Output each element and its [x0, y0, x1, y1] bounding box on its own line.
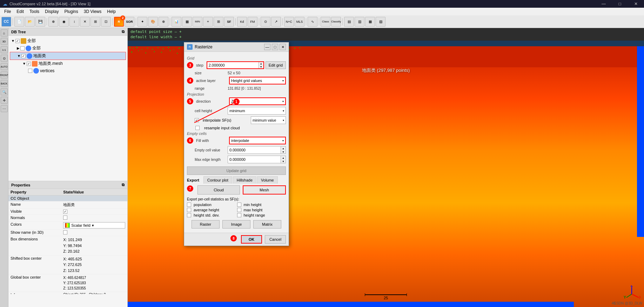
step-spinbox[interactable]: ▲ ▼: [207, 61, 264, 69]
menu-3dviews[interactable]: 3D Views: [81, 8, 104, 15]
tree-item-all[interactable]: ▶ 全部: [10, 45, 126, 52]
max-edge-spinbox[interactable]: ▲ ▼: [228, 156, 286, 163]
dialog-minimize[interactable]: —: [264, 44, 270, 50]
left-icon-search[interactable]: 🔍: [1, 88, 8, 95]
colors-dropdown[interactable]: Scalar field ▾: [63, 222, 125, 228]
menu-display[interactable]: Display: [42, 8, 61, 15]
toolbar-move[interactable]: ↕: [69, 17, 79, 27]
toolbar-patterns[interactable]: ▤: [344, 17, 354, 27]
tree-item-root[interactable]: ▼ 全部: [10, 37, 126, 45]
raster-btn[interactable]: Raster: [192, 220, 220, 228]
sf-cb-heightrange[interactable]: [237, 213, 241, 217]
max-edge-down[interactable]: ▼: [281, 159, 286, 163]
empty-cell-spinbox[interactable]: ▲ ▼: [228, 146, 286, 154]
tree-checkbox-vertices[interactable]: [28, 69, 32, 73]
prop-showname-checkbox[interactable]: [63, 230, 67, 234]
toolbar-color-scale[interactable]: 🎨: [148, 17, 158, 27]
toolbar-delete[interactable]: ✕: [80, 17, 90, 27]
interpolate-checkbox[interactable]: [195, 118, 199, 122]
toolbar-cross[interactable]: ⊕: [159, 17, 168, 27]
tree-checkbox-root[interactable]: [15, 39, 20, 43]
toolbar-sf[interactable]: SF: [224, 17, 234, 27]
dialog-close[interactable]: ✕: [280, 44, 286, 50]
toolbar-classify1[interactable]: Class: [321, 17, 330, 27]
tree-item-mesh[interactable]: ▼ 地面类.mesh: [10, 60, 126, 67]
tree-checkbox-dimian[interactable]: [21, 54, 26, 58]
toolbar-new[interactable]: 📄: [14, 17, 24, 27]
interpolate-select[interactable]: minimum value ▾: [251, 116, 286, 124]
toolbar-rasterize[interactable]: R 2: [114, 17, 124, 27]
resample-checkbox[interactable]: [195, 126, 200, 130]
left-icon-3d[interactable]: 3D: [1, 38, 8, 45]
prop-visible-checkbox[interactable]: [63, 210, 67, 214]
update-grid-btn[interactable]: Update grid: [187, 166, 286, 175]
sf-cb-minheight[interactable]: [237, 203, 241, 207]
menu-edit[interactable]: Edit: [14, 8, 27, 15]
left-icon-auto[interactable]: AUTO: [1, 63, 8, 70]
toolbar-merge[interactable]: ⊞: [90, 17, 100, 27]
cell-height-select[interactable]: minimum ▾: [228, 107, 286, 115]
export-tab-volume[interactable]: Volume: [257, 176, 278, 184]
matrix-btn[interactable]: Matrix: [253, 220, 281, 228]
export-tab-hillshade[interactable]: Hillshade: [233, 176, 256, 184]
sf-cb-heightstd[interactable]: [187, 213, 191, 217]
empty-cell-input[interactable]: [228, 146, 281, 154]
empty-cell-down[interactable]: ▼: [281, 150, 286, 154]
left-icon-front[interactable]: FRONT: [1, 71, 8, 79]
step-input[interactable]: [207, 62, 259, 68]
toolbar-kd[interactable]: Kd: [237, 17, 247, 27]
tree-item-dimian[interactable]: ▼ 地面类: [10, 52, 126, 60]
toolbar-curve[interactable]: ∿: [308, 17, 317, 27]
active-layer-select[interactable]: Height grid values ▾: [229, 77, 286, 84]
sf-cb-maxheight[interactable]: [237, 208, 241, 212]
tree-checkbox-mesh[interactable]: [27, 62, 31, 66]
toolbar-save[interactable]: 💾: [35, 17, 45, 27]
toolbar-add-point[interactable]: ⊕: [48, 17, 58, 27]
close-btn[interactable]: ✕: [628, 0, 644, 8]
tree-checkbox-all[interactable]: [20, 46, 25, 50]
toolbar-fm[interactable]: FM: [248, 17, 257, 27]
left-icon-back[interactable]: BACK: [1, 80, 8, 87]
menu-help[interactable]: Help: [104, 8, 119, 15]
left-icon-1-1[interactable]: 1:1: [1, 46, 8, 53]
cancel-btn[interactable]: Cancel: [265, 235, 286, 244]
toolbar-sor[interactable]: SOR: [125, 17, 134, 27]
toolbar-segment[interactable]: ◉: [59, 17, 69, 27]
toolbar-table[interactable]: ⊞: [214, 17, 223, 27]
cloud-btn[interactable]: Cloud: [197, 185, 240, 195]
menu-file[interactable]: File: [1, 8, 14, 15]
dialog-maximize[interactable]: □: [272, 44, 278, 50]
toolbar-nc[interactable]: N+C: [284, 17, 294, 27]
toolbar-subsample[interactable]: ⊡: [101, 17, 111, 27]
toolbar-sphere[interactable]: ⊙: [261, 17, 270, 27]
toolbar-patterns3[interactable]: ▦: [365, 17, 375, 27]
prop-normals-checkbox[interactable]: [63, 216, 67, 220]
left-icon-move[interactable]: ✛: [1, 97, 8, 104]
sf-cb-avgheight[interactable]: [187, 208, 191, 212]
step-down[interactable]: ▼: [259, 65, 263, 68]
direction-select[interactable]: Z ▾: [229, 97, 286, 105]
toolbar-patterns2[interactable]: ▥: [355, 17, 364, 27]
fill-with-select[interactable]: interpolate ▾: [229, 137, 286, 144]
toolbar-cc[interactable]: CC: [1, 17, 11, 27]
toolbar-minmax[interactable]: MIN: [193, 17, 202, 27]
max-edge-input[interactable]: [228, 156, 281, 163]
maximize-btn[interactable]: □: [612, 0, 628, 8]
left-icon-dots[interactable]: ⋯: [1, 105, 8, 112]
minimize-btn[interactable]: —: [596, 0, 612, 8]
step-up[interactable]: ▲: [259, 62, 263, 65]
ok-btn[interactable]: OK: [241, 235, 262, 244]
empty-cell-up[interactable]: ▲: [281, 146, 286, 150]
image-btn[interactable]: Image: [222, 220, 250, 228]
menu-plugins[interactable]: Plugins: [61, 8, 81, 15]
mesh-btn[interactable]: Mesh: [243, 185, 286, 195]
toolbar-plus[interactable]: +: [203, 17, 213, 27]
toolbar-arrow[interactable]: ↗: [271, 17, 281, 27]
toolbar-open[interactable]: 📂: [25, 17, 35, 27]
toolbar-pick[interactable]: ✦: [137, 17, 147, 27]
db-tree-float-btn[interactable]: ⧉: [122, 29, 125, 34]
left-icon-center[interactable]: ⊙: [1, 55, 8, 62]
properties-float-btn[interactable]: ⧉: [122, 183, 125, 187]
toolbar-patterns4[interactable]: ▧: [376, 17, 385, 27]
toolbar-mls[interactable]: MLS: [295, 17, 304, 27]
